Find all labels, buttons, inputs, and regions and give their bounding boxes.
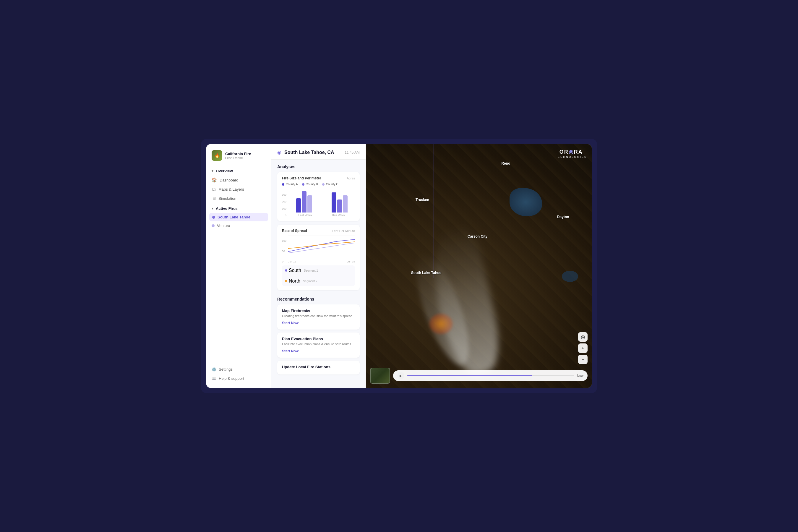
map-background: Reno Truckee Dayton Carson City South La…: [366, 144, 592, 388]
sidebar-item-ventura[interactable]: Ventura: [206, 221, 271, 230]
line-x-labels: Jun 12 Jun 19: [288, 260, 355, 263]
rec-card-map-firebreaks: Map Firebreaks Creating firebreaks can s…: [277, 304, 360, 329]
line-chart-wrapper: Jun 12 Jun 19: [288, 235, 355, 263]
legend-north: North Segment 2: [285, 279, 318, 284]
line-chart-svg: [288, 235, 355, 259]
content-time: 11:45 AM: [345, 150, 360, 155]
legend-dot-north: [285, 280, 287, 282]
sidebar-item-label: Ventura: [217, 224, 230, 228]
recommendations-title: Recommendations: [277, 297, 360, 302]
timeline-bar: ▶ Now: [393, 370, 588, 381]
sidebar-item-dashboard[interactable]: 🏠 Dashboard: [206, 175, 271, 185]
line-y-axis: 100 50 0: [282, 240, 286, 263]
timeline-fill: [407, 375, 532, 376]
x-label-jun12: Jun 12: [288, 260, 296, 263]
analyses-title: Analyses: [277, 164, 360, 169]
bar-group-this-week: [324, 192, 355, 212]
chart-title: Rate of Spread: [282, 229, 307, 233]
bar-x-label-last-week: Last Week: [289, 214, 322, 217]
legend-dot-county-c: [322, 183, 324, 186]
bar-county-b-this-week: [337, 200, 342, 212]
main-card: 🔥 California Fire Leon Driese ▾ Overview…: [206, 144, 592, 388]
bar-chart-area: 300 200 100 0: [282, 189, 355, 217]
sidebar-title-block: California Fire Leon Driese: [225, 152, 251, 159]
rec-cta-firebreaks[interactable]: Start Now: [282, 321, 299, 325]
chart-legend: County A County B County C: [282, 183, 355, 186]
sidebar-item-simulation[interactable]: 🖥 Simulation: [206, 194, 271, 203]
app-container: 🔥 California Fire Leon Driese ▾ Overview…: [201, 139, 597, 393]
zoom-out-button[interactable]: −: [578, 355, 588, 364]
minus-icon: −: [581, 357, 584, 362]
map-footer: Forest-II ▶ Now: [370, 368, 588, 384]
overview-label: Overview: [216, 169, 233, 173]
fire-dot-icon: [212, 224, 214, 227]
timeline-track[interactable]: [407, 375, 574, 376]
chart-title: Fire Size and Perimeter: [282, 176, 321, 180]
location-icon: ◎: [581, 334, 585, 340]
rec-desc-evacuation: Facilitate evacuation plans & ensure saf…: [282, 342, 355, 346]
logo-line1: OR◎RA: [555, 149, 587, 155]
rec-title-evacuation: Plan Evacuation Plans: [282, 337, 355, 341]
map-thumbnail[interactable]: Forest-II: [370, 368, 390, 384]
bar-chart-groups: Last Week This Week: [289, 189, 355, 217]
orra-logo: OR◎RA TECHNOLOGIES: [555, 149, 587, 158]
bar-chart: [289, 189, 355, 212]
sidebar-item-maps-layers[interactable]: 🗂 Maps & Layers: [206, 185, 271, 194]
location-button[interactable]: ◎: [578, 332, 588, 342]
fire-size-chart: Fire Size and Perimeter Acres County A C…: [277, 172, 360, 221]
legend-label: County C: [326, 183, 338, 186]
content-header: ◉ South Lake Tahoe, CA 11:45 AM: [271, 144, 366, 159]
map-controls: ◎ + −: [578, 332, 588, 364]
settings-icon: ⚙️: [212, 367, 216, 372]
zoom-in-button[interactable]: +: [578, 343, 588, 353]
rec-cta-evacuation[interactable]: Start Now: [282, 349, 299, 353]
overview-section: ▾ Overview 🏠 Dashboard 🗂 Maps & Layers 🖥…: [206, 167, 271, 203]
legend-dot-south: [285, 269, 287, 272]
legend-label: County A: [286, 183, 298, 186]
thumbnail-bg: [370, 368, 390, 383]
sidebar-item-settings[interactable]: ⚙️ Settings: [212, 365, 266, 374]
help-label: Help & support: [219, 376, 244, 381]
dashboard-icon: 🏠: [212, 177, 217, 183]
bar-x-label-this-week: This Week: [322, 214, 355, 217]
sidebar-item-south-lake-tahoe[interactable]: South Lake Tahoe: [209, 213, 268, 221]
plus-icon: +: [581, 345, 584, 351]
sidebar-bottom: ⚙️ Settings 📖 Help & support: [206, 365, 271, 383]
sidebar-item-help[interactable]: 📖 Help & support: [212, 374, 266, 383]
overview-header[interactable]: ▾ Overview: [206, 167, 271, 175]
active-fires-label: Active Fires: [216, 206, 238, 211]
legend-dot-county-b: [302, 183, 304, 186]
timeline-now-label: Now: [577, 374, 584, 377]
bar-county-a-last-week: [296, 198, 301, 212]
map-panel: Reno Truckee Dayton Carson City South La…: [366, 144, 592, 388]
rec-title-fire-stations: Update Local Fire Stations: [282, 365, 355, 369]
logo-line2: TECHNOLOGIES: [555, 155, 587, 159]
maps-icon: 🗂: [212, 187, 216, 192]
sidebar-item-label: South Lake Tahoe: [217, 215, 250, 219]
analyses-section: Analyses Fire Size and Perimeter Acres C…: [271, 159, 366, 297]
line-chart-legend: South Segment 1 North Segment 2: [282, 265, 355, 286]
legend-label: County B: [306, 183, 318, 186]
legend-item-county-a: County A: [282, 183, 298, 186]
content-location: South Lake Tahoe, CA: [284, 150, 334, 155]
location-icon: ◉: [277, 150, 281, 155]
bar-y-axis: 300 200 100 0: [282, 193, 286, 217]
active-fires-header[interactable]: ▾ Active Fires: [206, 204, 271, 213]
legend-item-county-b: County B: [302, 183, 318, 186]
chevron-down-icon: ▾: [212, 169, 213, 173]
legend-item-county-c: County C: [322, 183, 338, 186]
bar-county-c-this-week: [343, 195, 347, 212]
bar-county-a-this-week: [331, 192, 336, 212]
sidebar-item-label: Maps & Layers: [218, 187, 244, 191]
active-fires-section: ▾ Active Fires South Lake Tahoe Ventura: [206, 204, 271, 230]
play-button[interactable]: ▶: [397, 372, 404, 379]
rec-card-evacuation: Plan Evacuation Plans Facilitate evacuat…: [277, 332, 360, 358]
legend-label-south: South: [289, 268, 301, 273]
map-label-reno: Reno: [501, 162, 510, 166]
legend-south: South Segment 1: [285, 268, 318, 273]
help-icon: 📖: [212, 376, 216, 381]
map-label-dayton: Dayton: [557, 215, 569, 219]
map-label-south-lake-tahoe: South Lake Tahoe: [411, 271, 441, 275]
legend-segment2: Segment 2: [303, 280, 317, 283]
app-user: Leon Driese: [225, 156, 251, 159]
